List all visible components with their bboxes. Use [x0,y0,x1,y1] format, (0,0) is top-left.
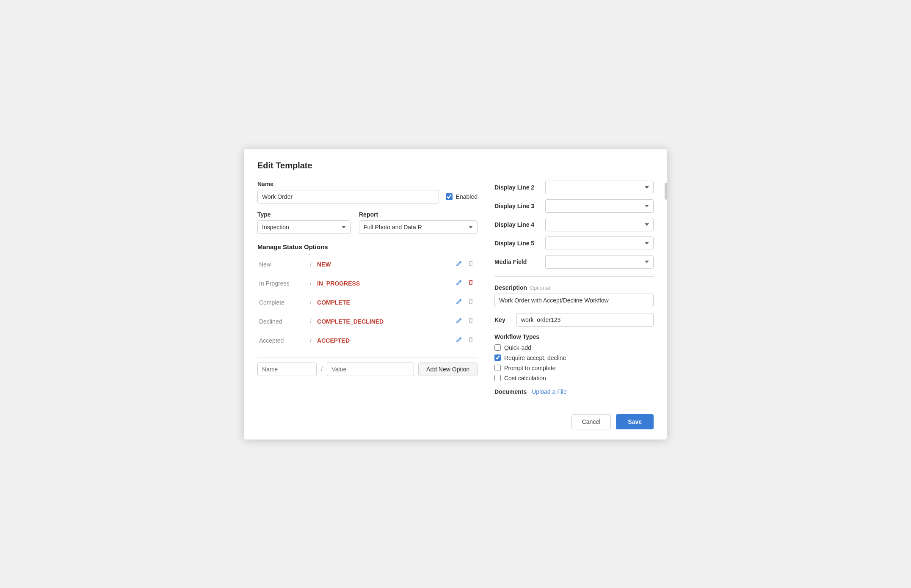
display-line-row-6: Media Field [494,255,654,269]
enabled-label: Enabled [456,193,478,200]
modal-footer: Cancel Save [257,407,654,429]
edit-status-button[interactable] [454,335,464,346]
cancel-button[interactable]: Cancel [571,414,611,429]
display-line-select[interactable] [545,236,654,250]
edit-status-button[interactable] [454,316,464,327]
workflow-checkbox[interactable] [494,344,501,351]
workflow-checkbox[interactable] [494,354,501,361]
workflow-option-1: Require accept, decline [494,354,654,361]
edit-status-button[interactable] [454,259,464,269]
status-slash: / [308,293,315,312]
display-line-row-3: Display Line 3 [494,199,654,213]
status-value-cell: NEW [315,255,416,274]
status-actions-cell [441,331,478,350]
delete-status-button[interactable] [466,278,476,289]
display-line-label: Display Line 4 [494,221,545,228]
display-line-label: Display Line 2 [494,184,545,191]
workflow-option-2: Prompt to complete [494,365,654,371]
delete-status-button[interactable] [466,297,476,308]
display-line-label: Media Field [494,258,545,265]
workflow-types-section: Workflow Types Quick-add Require accept,… [494,333,654,382]
status-value-cell: COMPLETE [315,293,416,312]
status-name-cell: Declined [257,312,308,331]
status-row: Declined / COMPLETE_DECLINED [257,312,478,331]
name-label: Name [257,181,439,187]
status-row: Complete / COMPLETE [257,293,478,312]
display-line-select[interactable] [545,218,654,231]
workflow-option-3: Cost calculation [494,375,654,382]
workflow-option-label: Cost calculation [504,375,546,382]
display-line-row-2: Display Line 2 [494,181,654,194]
left-column: Name Enabled Type Inspection Work Order … [257,181,478,395]
display-line-label: Display Line 5 [494,240,545,247]
status-name-cell: New [257,255,308,274]
display-line-row-5: Display Line 5 [494,236,654,250]
upload-file-link[interactable]: Upload a File [532,388,567,395]
report-select[interactable]: Full Photo and Data R Summary Detailed [359,220,478,234]
add-new-option-button[interactable]: Add New Option [418,363,478,376]
enabled-checkbox[interactable] [446,193,453,200]
workflow-checkbox[interactable] [494,365,501,371]
right-column: Display Line 2 Display Line 3 Display Li… [494,181,654,395]
status-slash: / [308,331,315,350]
description-input[interactable] [494,294,654,307]
workflow-checkbox[interactable] [494,375,501,381]
workflow-option-label: Require accept, decline [504,354,566,361]
display-line-select[interactable] [545,255,654,269]
status-row: Accepted / ACCEPTED [257,331,478,350]
display-line-select[interactable] [545,181,654,194]
edit-template-modal: Edit Template Name Enabled Type [244,149,667,440]
delete-status-button[interactable] [466,259,476,269]
key-label: Key [494,316,511,323]
display-line-row-4: Display Line 4 [494,218,654,231]
delete-status-button[interactable] [466,335,476,346]
add-slash: / [321,365,323,373]
status-actions-cell [441,274,478,293]
status-row: New / NEW [257,255,478,274]
workflow-option-label: Prompt to complete [504,365,555,371]
description-optional: Optional [530,285,550,291]
name-input[interactable] [257,190,439,203]
modal-title: Edit Template [257,161,654,170]
type-select[interactable]: Inspection Work Order Survey [257,220,351,234]
display-line-label: Display Line 3 [494,203,545,209]
status-row: In Progress / IN_PROGRESS [257,274,478,293]
key-input[interactable] [516,313,654,327]
description-label: Description Optional [494,284,654,291]
save-button[interactable]: Save [616,414,654,429]
status-value-cell: IN_PROGRESS [315,274,416,293]
status-actions-cell [441,255,478,274]
documents-row: Documents Upload a File [494,388,654,395]
add-value-input[interactable] [327,363,414,376]
add-name-input[interactable] [257,363,317,376]
report-label: Report [359,211,478,218]
status-slash: / [308,312,315,331]
type-label: Type [257,211,351,218]
status-name-cell: Accepted [257,331,308,350]
manage-status-title: Manage Status Options [257,243,478,250]
add-option-row: / Add New Option [257,357,478,376]
delete-status-button[interactable] [466,316,476,327]
status-value-cell: ACCEPTED [315,331,416,350]
status-value-cell: COMPLETE_DECLINED [315,312,416,331]
status-actions-cell [441,312,478,331]
workflow-option-0: Quick-add [494,344,654,351]
status-table: New / NEW In Progress / I [257,255,478,350]
documents-label: Documents [494,388,527,395]
display-line-select[interactable] [545,199,654,213]
edit-status-button[interactable] [454,278,464,289]
edit-status-button[interactable] [454,297,464,308]
scrollbar[interactable] [665,183,667,200]
workflow-option-label: Quick-add [504,344,531,351]
status-slash: / [308,255,315,274]
status-name-cell: Complete [257,293,308,312]
status-slash: / [308,274,315,293]
workflow-types-title: Workflow Types [494,333,654,340]
status-actions-cell [441,293,478,312]
status-name-cell: In Progress [257,274,308,293]
